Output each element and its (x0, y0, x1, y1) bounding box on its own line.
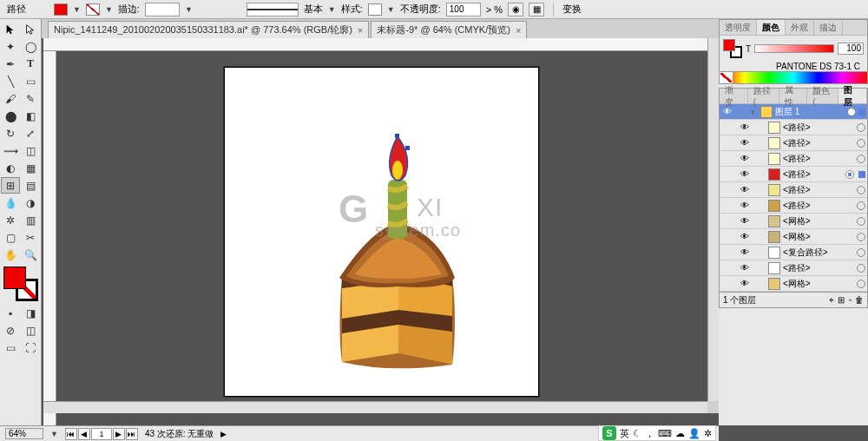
align-icon[interactable]: ▦ (529, 3, 544, 16)
fill-color[interactable] (3, 267, 26, 289)
transform-label[interactable]: 变换 (562, 3, 582, 16)
shape-builder-tool[interactable]: ◐ (1, 160, 20, 176)
next-icon[interactable]: ▶ (113, 428, 125, 440)
target-icon[interactable] (857, 139, 865, 148)
eyedropper-tool[interactable]: 💧 (1, 194, 20, 211)
layer-row[interactable]: 👁<网格> (720, 229, 867, 245)
scrollbar-vertical[interactable] (707, 38, 719, 401)
visibility-icon[interactable]: 👁 (739, 201, 751, 210)
ime-bar[interactable]: S 英 ☾ ， ⌨ ☁ 👤 ✲ (598, 425, 716, 441)
stroke-weight-input[interactable] (145, 3, 180, 16)
tab-attributes[interactable]: 属性 (779, 89, 808, 103)
blob-brush-tool[interactable]: ⬤ (1, 108, 20, 124)
ime-user-icon[interactable]: 👤 (688, 428, 700, 439)
rect-tool[interactable]: ▭ (21, 73, 40, 89)
rotate-tool[interactable]: ↻ (1, 125, 20, 142)
none-mode[interactable]: ⊘ (1, 322, 20, 339)
hand-tool[interactable]: ✋ (1, 247, 20, 263)
visibility-icon[interactable]: 👁 (739, 185, 751, 194)
tab-color[interactable]: 颜色 (757, 20, 786, 35)
screen-mode[interactable]: ▭ (1, 339, 20, 356)
lasso-tool[interactable]: ◯ (21, 38, 40, 55)
target-icon[interactable] (857, 201, 865, 210)
layer-name[interactable]: <路径> (783, 168, 843, 181)
fill-indicator[interactable] (723, 39, 735, 51)
blend-tool[interactable]: ◑ (21, 194, 40, 211)
visibility-icon[interactable]: 👁 (739, 216, 751, 226)
close-icon[interactable]: × (358, 25, 363, 36)
target-icon[interactable] (857, 264, 865, 273)
ime-cloud-icon[interactable]: ☁ (675, 428, 685, 439)
gradient-tool[interactable]: ▤ (21, 177, 40, 194)
layer-row[interactable]: 👁<网格> (720, 214, 867, 229)
layer-row[interactable]: 👁<路径> (720, 182, 867, 198)
ime-comma-icon[interactable]: ， (645, 427, 654, 440)
layer-row[interactable]: 👁<路径> (720, 198, 867, 214)
visibility-icon[interactable]: 👁 (739, 232, 751, 241)
layer-name[interactable]: <路径> (783, 262, 854, 274)
perspective-tool[interactable]: ▦ (21, 160, 40, 176)
page-field[interactable]: 1 (91, 428, 112, 440)
target-icon[interactable] (857, 280, 865, 288)
target-icon[interactable] (857, 217, 865, 226)
tab-stroke[interactable]: 描边 (814, 20, 843, 35)
layer-row[interactable]: 👁<路径> (720, 260, 867, 276)
layer-name[interactable]: <网格> (783, 215, 854, 227)
doc-tab-1[interactable]: Nipic_1411249_201002020035150331183.ai* … (48, 21, 369, 38)
layer-row[interactable]: 👁<路径> (720, 167, 867, 182)
doc-tab-2[interactable]: 未标题-9* @ 64% (CMYK/预览) × (371, 21, 527, 38)
sogou-icon[interactable]: S (602, 426, 616, 440)
basic-label[interactable]: 基本 (304, 3, 323, 16)
tab-gradient[interactable]: 渐变 (720, 89, 748, 103)
tab-appearance[interactable]: 外观 (786, 20, 814, 35)
layer-name[interactable]: <路径> (783, 137, 854, 149)
ime-moon-icon[interactable]: ☾ (633, 428, 641, 439)
layer-name[interactable]: <路径> (783, 200, 854, 212)
locate-icon[interactable]: ⌖ (829, 295, 834, 306)
trash-icon[interactable]: 🗑 (855, 295, 864, 306)
new-layer-icon[interactable]: ▫ (848, 295, 852, 306)
style-label[interactable]: 样式: (341, 3, 363, 16)
free-transform-tool[interactable]: ◫ (21, 142, 40, 159)
target-icon[interactable] (857, 155, 865, 163)
color-spectrum[interactable] (720, 71, 867, 83)
line-tool[interactable]: ╲ (1, 73, 20, 89)
layer-row[interactable]: 👁<网格> (720, 276, 867, 292)
symbol-sprayer-tool[interactable]: ✲ (1, 212, 20, 228)
stroke-label[interactable]: 描边: (118, 3, 140, 16)
layer-row[interactable]: 👁<复合路径> (720, 245, 867, 260)
gradient-mode[interactable]: ◨ (21, 305, 40, 321)
style-swatch[interactable] (368, 3, 382, 16)
zoom-field[interactable]: 64% (5, 428, 43, 439)
artboard[interactable] (223, 66, 540, 398)
target-icon[interactable] (857, 248, 865, 257)
brush-def[interactable] (247, 3, 299, 16)
visibility-icon[interactable]: 👁 (739, 122, 751, 132)
width-tool[interactable]: ⟿ (1, 142, 20, 159)
visibility-icon[interactable]: 👁 (739, 247, 751, 257)
layer-name[interactable]: <路径> (783, 122, 854, 134)
tab-transparency[interactable]: 透明度 (720, 20, 757, 35)
fill-swatch[interactable] (54, 3, 68, 16)
draw-mode[interactable]: ◫ (21, 322, 40, 339)
visibility-icon[interactable]: 👁 (739, 169, 751, 179)
layer-row[interactable]: 👁<路径> (720, 120, 867, 135)
layer-name[interactable]: <路径> (783, 153, 854, 165)
pencil-tool[interactable]: ✎ (21, 90, 40, 107)
eraser-tool[interactable]: ◧ (21, 108, 40, 124)
opacity-label[interactable]: 不透明度: (400, 3, 441, 16)
status-play-icon[interactable]: ▶ (220, 430, 227, 438)
ruler-horizontal[interactable] (43, 38, 707, 51)
fill-stroke-control[interactable] (3, 267, 38, 301)
slice-tool[interactable]: ✂ (21, 229, 40, 246)
visibility-icon[interactable]: 👁 (739, 138, 751, 148)
layer-name[interactable]: <网格> (783, 278, 854, 290)
pen-tool[interactable]: ✒ (1, 56, 20, 72)
type-tool[interactable]: T (21, 56, 40, 72)
layer-name[interactable]: <复合路径> (783, 247, 854, 259)
target-icon[interactable] (857, 233, 865, 241)
ime-keyboard-icon[interactable]: ⌨ (658, 428, 672, 439)
color-mode[interactable]: ▪ (1, 305, 20, 321)
visibility-icon[interactable]: 👁 (739, 263, 751, 273)
last-icon[interactable]: ⏭ (126, 428, 138, 440)
